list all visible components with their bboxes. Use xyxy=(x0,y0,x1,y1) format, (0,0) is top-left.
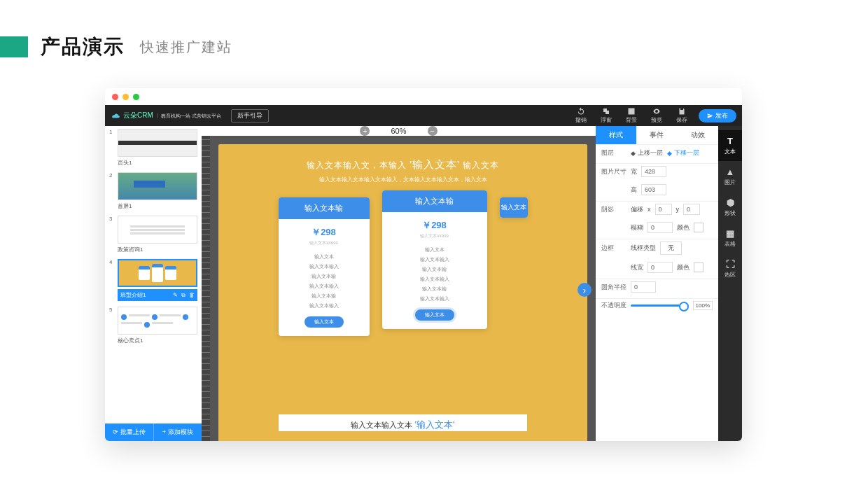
border-type-select[interactable]: 无 xyxy=(660,241,682,255)
add-module-button[interactable]: + 添加模块 xyxy=(154,424,202,441)
thumb-1[interactable]: 1 页头1 xyxy=(109,129,197,167)
brand-sub: 教育机构一站 式营销云平台 xyxy=(158,113,221,118)
shape-icon: ⬢ xyxy=(725,197,735,207)
text-icon: T xyxy=(725,136,735,146)
maximize-icon[interactable] xyxy=(133,94,139,100)
sidebar: 1 页头1 2 首屏1 3 政策咨询1 4 班型介绍1✎⧉🗑 5 核心卖点 xyxy=(105,126,202,441)
radius-input[interactable] xyxy=(631,281,656,293)
opacity-value: 100% xyxy=(693,301,713,310)
tab-animation[interactable]: 动效 xyxy=(678,126,718,144)
save-button[interactable]: 保存 xyxy=(669,107,694,124)
properties-panel: 样式 事件 动效 图层 ◆ 上移一层 ◆ 下移一层 图片尺寸 宽 高 阴影 xyxy=(596,126,718,441)
edit-icon[interactable]: ✎ xyxy=(173,292,178,299)
tool-rail: T文本 ▲图片 ⬢形状 ▦表格 ⛶热区 xyxy=(718,126,742,441)
layer-up-button[interactable]: ◆ 上移一层 xyxy=(631,148,663,158)
delete-icon[interactable]: 🗑 xyxy=(189,292,195,299)
tab-style[interactable]: 样式 xyxy=(596,126,636,144)
shadow-color-swatch[interactable] xyxy=(694,223,704,232)
price-card-2[interactable]: 输入文本输 ￥298 输入文本¥¥999 输入文本 输入文本输入 输入文本输 输… xyxy=(382,190,487,329)
zoom-bar: + 60% − xyxy=(202,126,596,136)
page-header: 产品演示 快速推广建站 xyxy=(0,0,847,74)
card-button-2[interactable]: 输入文本 xyxy=(415,309,454,321)
price-card-3[interactable]: 输入文本 xyxy=(500,197,528,218)
brand-logo[interactable]: 云朵CRM 教育机构一站 式营销云平台 xyxy=(111,111,221,120)
ruler-vertical xyxy=(202,136,210,441)
rail-image[interactable]: ▲图片 xyxy=(718,161,742,192)
thumb-2[interactable]: 2 首屏1 xyxy=(109,172,197,210)
hotzone-icon: ⛶ xyxy=(725,259,735,269)
brand-text: 云朵CRM xyxy=(123,111,153,120)
app-window: 云朵CRM 教育机构一站 式营销云平台 新手引导 撤销 浮窗 背景 预览 保存 … xyxy=(105,88,742,441)
zoom-level: 60% xyxy=(391,127,406,135)
float-button[interactable]: 浮窗 xyxy=(594,107,619,124)
header-accent-bar xyxy=(0,36,28,57)
shadow-x-input[interactable] xyxy=(655,204,672,215)
thumb-5[interactable]: 5 核心卖点1 xyxy=(109,307,197,344)
height-input[interactable] xyxy=(641,184,666,195)
window-controls xyxy=(105,88,742,105)
thumb-3[interactable]: 3 政策咨询1 xyxy=(109,216,197,253)
page-subtitle: 快速推广建站 xyxy=(140,38,232,57)
canvas[interactable]: 输入文本输入文，本输入 '输入文本' 输入文本 输入文本输入文本输入文本输入，文… xyxy=(210,136,596,441)
card-button-1[interactable]: 输入文本 xyxy=(304,316,344,328)
thumb-4-active[interactable]: 4 班型介绍1✎⧉🗑 xyxy=(109,259,197,301)
undo-button[interactable]: 撤销 xyxy=(568,107,594,124)
zoom-in-button[interactable]: + xyxy=(360,126,370,136)
batch-upload-button[interactable]: ⟳ 批量上传 xyxy=(105,424,154,441)
canvas-subheading[interactable]: 输入文本输入文本输入文本输入，文本输入文本输入文本，输入文本 xyxy=(319,176,487,183)
border-width-input[interactable] xyxy=(648,262,673,273)
zoom-out-button[interactable]: − xyxy=(428,126,438,136)
image-icon: ▲ xyxy=(725,167,735,176)
canvas-area: + 60% − 输入文本输入文，本输入 '输入文本' 输入文本 输入文本输入文本… xyxy=(202,126,596,441)
width-input[interactable] xyxy=(641,166,666,177)
close-icon[interactable] xyxy=(112,94,118,100)
shadow-blur-input[interactable] xyxy=(648,222,673,233)
opacity-slider[interactable] xyxy=(631,304,689,307)
rail-hotzone[interactable]: ⛶热区 xyxy=(718,253,742,284)
canvas-footer[interactable]: 输入文本输入文本 '输入文本' xyxy=(279,414,527,431)
tab-event[interactable]: 事件 xyxy=(636,126,677,144)
preview-button[interactable]: 预览 xyxy=(644,107,669,124)
table-icon: ▦ xyxy=(725,228,735,238)
page-title: 产品演示 xyxy=(41,34,125,60)
guide-button[interactable]: 新手引导 xyxy=(231,109,269,122)
rail-text[interactable]: T文本 xyxy=(718,130,742,161)
rail-shape[interactable]: ⬢形状 xyxy=(718,192,742,223)
background-button[interactable]: 背景 xyxy=(619,107,644,124)
publish-button[interactable]: 发布 xyxy=(699,109,736,122)
top-bar: 云朵CRM 教育机构一站 式营销云平台 新手引导 撤销 浮窗 背景 预览 保存 … xyxy=(105,105,742,126)
rail-table[interactable]: ▦表格 xyxy=(718,223,742,253)
canvas-heading[interactable]: 输入文本输入文，本输入 '输入文本' 输入文本 xyxy=(307,158,499,172)
minimize-icon[interactable] xyxy=(122,94,129,100)
shadow-y-input[interactable] xyxy=(683,204,700,215)
copy-icon[interactable]: ⧉ xyxy=(181,292,186,299)
page-content[interactable]: 输入文本输入文，本输入 '输入文本' 输入文本 输入文本输入文本输入文本输入，文… xyxy=(218,144,587,441)
price-card-1[interactable]: 输入文本输 ￥298 输入文本¥¥999 输入文本 输入文本输入 输入文本输 输… xyxy=(279,197,370,336)
next-slide-button[interactable]: › xyxy=(578,283,592,297)
border-color-swatch[interactable] xyxy=(694,262,704,272)
layer-down-button[interactable]: ◆ 下移一层 xyxy=(667,148,699,158)
